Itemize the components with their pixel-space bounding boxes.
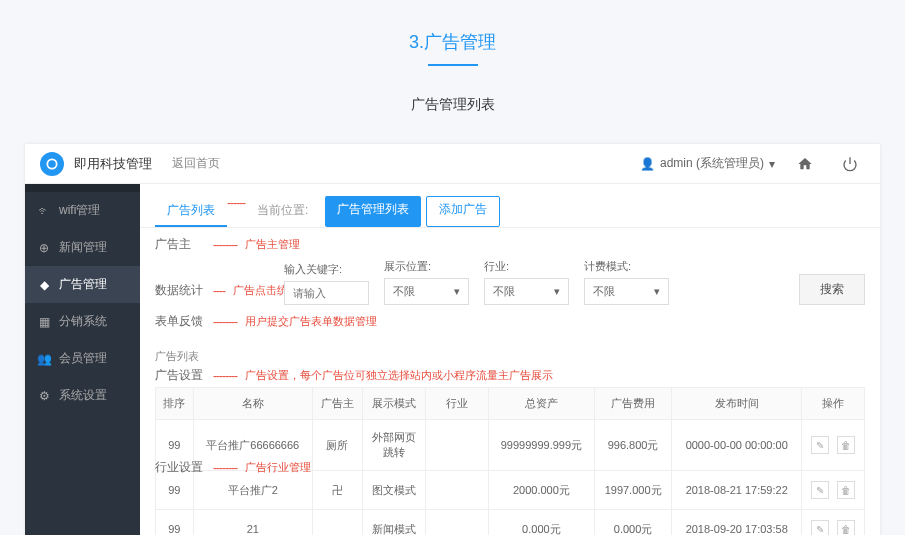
svg-point-0 bbox=[47, 159, 56, 168]
edit-icon[interactable]: ✎ bbox=[811, 520, 829, 535]
label-industry[interactable]: 行业设置 bbox=[155, 459, 205, 476]
search-button[interactable]: 搜索 bbox=[799, 274, 865, 305]
grid-icon: ▦ bbox=[37, 315, 51, 329]
cell-owner: 卍 bbox=[312, 471, 362, 510]
filter-industry-label: 行业: bbox=[484, 259, 569, 274]
table-row: 99 21 新闻模式 0.000元 0.000元 2018-09-20 17:0… bbox=[156, 510, 865, 536]
tab-bar: 广告列表 ------ 当前位置: 广告管理列表 添加广告 bbox=[140, 184, 880, 228]
add-ad-button[interactable]: 添加广告 bbox=[426, 196, 500, 227]
edit-icon[interactable]: ✎ bbox=[811, 481, 829, 499]
cell-owner bbox=[312, 510, 362, 536]
delete-icon[interactable]: 🗑 bbox=[837, 520, 855, 535]
display-select[interactable]: 不限▾ bbox=[384, 278, 469, 305]
edit-icon[interactable]: ✎ bbox=[811, 436, 829, 454]
cell-action: ✎ 🗑 bbox=[801, 420, 864, 471]
sidebar-item-label: 广告管理 bbox=[59, 276, 107, 293]
annotation-adv-owner: 广告主管理 bbox=[245, 237, 300, 252]
sidebar-item-news[interactable]: ⊕ 新闻管理 bbox=[25, 229, 140, 266]
col-name: 名称 bbox=[193, 388, 312, 420]
user-name: admin (系统管理员) bbox=[660, 155, 764, 172]
logo-icon bbox=[40, 152, 64, 176]
cell-mode: 新闻模式 bbox=[363, 510, 426, 536]
cell-time: 2018-08-21 17:59:22 bbox=[672, 471, 802, 510]
app-window: 即用科技管理 返回首页 👤 admin (系统管理员) ▾ ᯤ wifi管理 bbox=[25, 144, 880, 535]
cell-action: ✎ 🗑 bbox=[801, 471, 864, 510]
title-underline bbox=[428, 64, 478, 66]
industry-select[interactable]: 不限▾ bbox=[484, 278, 569, 305]
globe-icon: ⊕ bbox=[37, 241, 51, 255]
sidebar-item-label: 会员管理 bbox=[59, 350, 107, 367]
cell-owner: 厕所 bbox=[312, 420, 362, 471]
main-content: 广告列表 ------ 当前位置: 广告管理列表 添加广告 广告主 ------… bbox=[140, 184, 880, 535]
chevron-down-icon: ▾ bbox=[554, 285, 560, 298]
col-cost: 广告费用 bbox=[594, 388, 672, 420]
cell-name: 平台推广2 bbox=[193, 471, 312, 510]
label-settings[interactable]: 广告设置 bbox=[155, 367, 205, 384]
keyword-input[interactable] bbox=[284, 281, 369, 305]
back-link[interactable]: 返回首页 bbox=[172, 155, 220, 172]
cell-asset: 2000.000元 bbox=[489, 471, 595, 510]
users-icon: 👥 bbox=[37, 352, 51, 366]
cell-industry bbox=[426, 420, 489, 471]
gear-icon: ⚙ bbox=[37, 389, 51, 403]
cell-industry bbox=[426, 471, 489, 510]
sidebar-item-label: 系统设置 bbox=[59, 387, 107, 404]
chevron-down-icon: ▾ bbox=[769, 157, 775, 171]
cell-cost: 1997.000元 bbox=[594, 471, 672, 510]
table-header-row: 排序 名称 广告主 展示模式 行业 总资产 广告费用 发布时间 操作 bbox=[156, 388, 865, 420]
table-row: 99 平台推广2 卍 图文模式 2000.000元 1997.000元 2018… bbox=[156, 471, 865, 510]
label-adv-owner[interactable]: 广告主 bbox=[155, 236, 205, 253]
sidebar-item-label: 新闻管理 bbox=[59, 239, 107, 256]
col-industry: 行业 bbox=[426, 388, 489, 420]
filter-display-label: 展示位置: bbox=[384, 259, 469, 274]
user-dropdown[interactable]: 👤 admin (系统管理员) ▾ bbox=[640, 155, 775, 172]
annotation-dash: ------ bbox=[227, 196, 245, 227]
cell-asset: 0.000元 bbox=[489, 510, 595, 536]
sidebar-item-members[interactable]: 👥 会员管理 bbox=[25, 340, 140, 377]
cell-rank: 99 bbox=[156, 471, 194, 510]
page-title: 3.广告管理 bbox=[0, 30, 905, 54]
cell-action: ✎ 🗑 bbox=[801, 510, 864, 536]
annotation-form: 用户提交广告表单数据管理 bbox=[245, 314, 377, 329]
col-total-asset: 总资产 bbox=[489, 388, 595, 420]
cell-industry bbox=[426, 510, 489, 536]
label-form[interactable]: 表单反馈 bbox=[155, 313, 205, 330]
home-icon[interactable] bbox=[790, 149, 820, 179]
sidebar: ᯤ wifi管理 ⊕ 新闻管理 ◆ 广告管理 ▦ 分销系统 👥 会员管理 ⚙ 系… bbox=[25, 184, 140, 535]
sidebar-item-label: 分销系统 bbox=[59, 313, 107, 330]
app-header: 即用科技管理 返回首页 👤 admin (系统管理员) ▾ bbox=[25, 144, 880, 184]
col-mode: 展示模式 bbox=[363, 388, 426, 420]
sidebar-item-wifi[interactable]: ᯤ wifi管理 bbox=[25, 192, 140, 229]
power-icon[interactable] bbox=[835, 149, 865, 179]
user-icon: 👤 bbox=[640, 157, 655, 171]
sidebar-item-distribution[interactable]: ▦ 分销系统 bbox=[25, 303, 140, 340]
cell-time: 0000-00-00 00:00:00 bbox=[672, 420, 802, 471]
page-header: 3.广告管理 广告管理列表 bbox=[0, 0, 905, 124]
sidebar-item-settings[interactable]: ⚙ 系统设置 bbox=[25, 377, 140, 414]
billing-select[interactable]: 不限▾ bbox=[584, 278, 669, 305]
cell-rank: 99 bbox=[156, 510, 194, 536]
sidebar-item-ads[interactable]: ◆ 广告管理 bbox=[25, 266, 140, 303]
delete-icon[interactable]: 🗑 bbox=[837, 436, 855, 454]
app-name: 即用科技管理 bbox=[74, 155, 152, 173]
cell-mode: 图文模式 bbox=[363, 471, 426, 510]
col-action: 操作 bbox=[801, 388, 864, 420]
wifi-icon: ᯤ bbox=[37, 204, 51, 218]
cell-name: 21 bbox=[193, 510, 312, 536]
delete-icon[interactable]: 🗑 bbox=[837, 481, 855, 499]
filter-keyword-label: 输入关键字: bbox=[284, 262, 369, 277]
tab-ad-list[interactable]: 广告列表 bbox=[155, 196, 227, 227]
col-publish-time: 发布时间 bbox=[672, 388, 802, 420]
table-section-title: 广告列表 bbox=[155, 344, 865, 369]
col-rank: 排序 bbox=[156, 388, 194, 420]
label-stats[interactable]: 数据统计 bbox=[155, 282, 205, 299]
annotation-industry: 广告行业管理 bbox=[245, 460, 311, 475]
sidebar-item-label: wifi管理 bbox=[59, 202, 100, 219]
col-owner: 广告主 bbox=[312, 388, 362, 420]
cell-cost: 996.800元 bbox=[594, 420, 672, 471]
filter-billing-label: 计费模式: bbox=[584, 259, 669, 274]
diamond-icon: ◆ bbox=[37, 278, 51, 292]
annotation-settings: 广告设置，每个广告位可独立选择站内或小程序流量主广告展示 bbox=[245, 368, 553, 383]
page-subtitle: 广告管理列表 bbox=[0, 96, 905, 114]
chevron-down-icon: ▾ bbox=[654, 285, 660, 298]
